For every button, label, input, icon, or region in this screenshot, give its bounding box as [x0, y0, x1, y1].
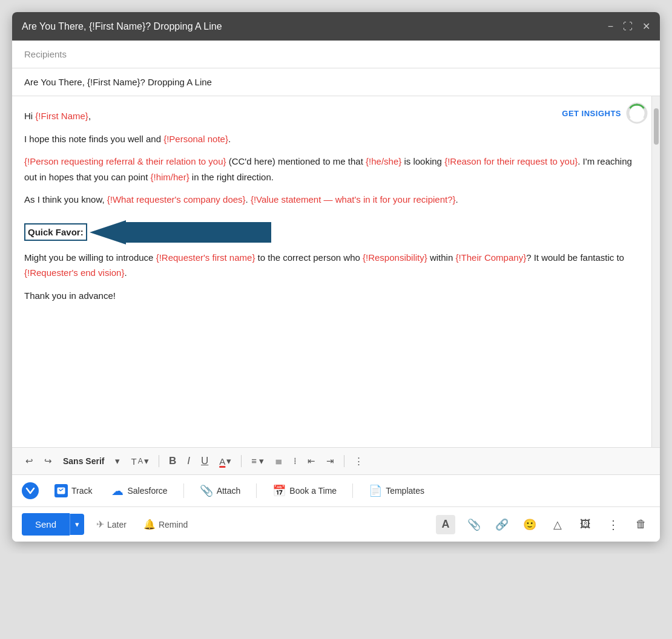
greeting-end: ,	[88, 111, 91, 121]
svg-marker-1	[126, 222, 271, 243]
remind-icon: 🔔	[143, 519, 156, 530]
end-vision-placeholder: {!Requester's end vision}	[24, 267, 124, 278]
attachment-icon[interactable]: 📎	[465, 516, 483, 534]
line4-mid1: to the correct person who	[255, 252, 363, 263]
scrollbar-thumb[interactable]	[654, 108, 659, 145]
text-color-button[interactable]: A ▾	[216, 453, 235, 469]
action-bar: Track ☁ Salesforce 📎 Attach 📅 Book a Tim…	[12, 475, 660, 507]
line3-end: .	[456, 194, 458, 205]
font-size-button[interactable]: TA ▾	[127, 453, 153, 469]
line4-end: .	[124, 267, 127, 278]
first-name-placeholder: {!First Name}	[35, 111, 88, 121]
underline-button[interactable]: U	[197, 453, 212, 470]
email-compose-window: Are You There, {!First Name}? Dropping A…	[12, 12, 660, 542]
svg-marker-2	[90, 220, 126, 244]
remind-action[interactable]: 🔔 Remind	[139, 516, 193, 532]
send-button[interactable]: Send	[22, 513, 70, 536]
undo-button[interactable]: ↩	[22, 453, 37, 469]
line3-mid: .	[246, 194, 251, 205]
align-button[interactable]: ≡ ▾	[248, 453, 268, 469]
book-time-action[interactable]: 📅 Book a Time	[269, 482, 340, 500]
action-separator-1	[183, 483, 184, 498]
attach-action[interactable]: 📎 Attach	[196, 482, 245, 500]
ordered-list-button[interactable]: ≣	[271, 453, 286, 469]
line1-end: .	[228, 134, 231, 144]
line4-mid3: ? It would be fantastic to	[526, 252, 624, 263]
personal-note-placeholder: {!Personal note}	[163, 134, 228, 144]
svg-point-0	[627, 103, 647, 123]
expand-button[interactable]: ⛶	[623, 21, 633, 32]
recipients-row[interactable]: Recipients	[12, 41, 660, 68]
scrollbar[interactable]	[651, 96, 660, 447]
salesforce-action[interactable]: ☁ Salesforce	[108, 481, 171, 500]
outdent-button[interactable]: ⇤	[304, 453, 319, 469]
closing-paragraph: Thank you in advance!	[24, 288, 639, 304]
indent-button[interactable]: ⇥	[323, 453, 338, 469]
delete-icon[interactable]: 🗑	[632, 516, 650, 534]
close-button[interactable]: ✕	[642, 21, 650, 32]
line3-paragraph: As I think you know, {!What requester's …	[24, 192, 639, 208]
insights-container: GET INSIGHTS	[562, 102, 648, 124]
requester-name-placeholder: {!Requester's first name}	[156, 252, 255, 263]
subject-row[interactable]: Are You There, {!First Name}? Dropping A…	[12, 68, 660, 96]
more-options-button[interactable]: ⋮	[351, 453, 367, 469]
greeting-paragraph: Hi {!First Name},	[24, 108, 639, 124]
recipients-label: Recipients	[24, 49, 67, 59]
templates-label: Templates	[386, 486, 424, 496]
himher-placeholder: {!him/her}	[150, 172, 189, 182]
more-icon[interactable]: ⋮	[604, 516, 622, 534]
minimize-button[interactable]: −	[608, 21, 613, 32]
salesforce-icon: ☁	[111, 483, 124, 498]
email-body[interactable]: GET INSIGHTS Hi {!First Name}, I hope th…	[12, 96, 651, 447]
heshe-placeholder: {!he/she}	[366, 156, 401, 166]
track-action[interactable]: Track	[51, 482, 96, 500]
line4-start: Might you be willing to introduce	[24, 252, 156, 263]
reason-placeholder: {!Reason for their request to you}	[444, 156, 578, 166]
greeting-start: Hi	[24, 111, 35, 121]
line2-end: in the right direction.	[189, 172, 274, 182]
drive-icon[interactable]: △	[548, 516, 567, 534]
action-separator-2	[256, 483, 257, 498]
line2-mid1: (CC'd here) mentioned to me that	[226, 156, 366, 166]
bold-button[interactable]: B	[165, 453, 180, 470]
later-action[interactable]: ✈ Later	[91, 516, 131, 532]
what-company-placeholder: {!What requester's company does}	[107, 194, 246, 205]
value-statement-placeholder: {!Value statement — what's in it for you…	[251, 194, 456, 205]
link-icon[interactable]: 🔗	[493, 516, 511, 534]
yesware-icon[interactable]	[22, 482, 39, 499]
text-format-icon[interactable]: A	[436, 515, 455, 534]
remind-label: Remind	[159, 520, 188, 529]
italic-button[interactable]: I	[183, 453, 194, 470]
templates-action[interactable]: 📄 Templates	[365, 482, 428, 500]
insights-icon	[626, 102, 648, 124]
responsibility-placeholder: {!Responsibility}	[363, 252, 427, 263]
line1-start: I hope this note finds you well and	[24, 134, 163, 144]
window-title: Are You There, {!First Name}? Dropping A…	[22, 21, 222, 32]
get-insights-button[interactable]: GET INSIGHTS	[562, 109, 621, 118]
send-button-group: Send ▾	[22, 513, 84, 536]
later-icon: ✈	[96, 519, 104, 530]
line2-mid2: is looking	[401, 156, 444, 166]
attach-label: Attach	[217, 486, 241, 496]
send-dropdown-button[interactable]: ▾	[70, 514, 84, 535]
book-time-label: Book a Time	[289, 486, 337, 496]
toolbar-separator-2	[241, 455, 242, 467]
arrow-graphic	[90, 217, 271, 247]
closing-text: Thank you in advance!	[24, 290, 116, 301]
templates-icon: 📄	[369, 484, 382, 497]
font-dropdown-button[interactable]: ▾	[111, 453, 124, 469]
emoji-icon[interactable]: 🙂	[521, 516, 539, 534]
salesforce-label: Salesforce	[127, 486, 167, 496]
line1-paragraph: I hope this note finds you well and {!Pe…	[24, 131, 639, 147]
font-selector[interactable]: Sans Serif	[59, 454, 108, 468]
image-icon[interactable]: 🖼	[576, 516, 595, 534]
their-company-placeholder: {!Their Company}	[455, 252, 526, 263]
later-label: Later	[107, 520, 127, 529]
track-label: Track	[71, 486, 92, 496]
unordered-list-button[interactable]: ⁞	[290, 453, 300, 469]
bottom-bar: Send ▾ ✈ Later 🔔 Remind A 📎 🔗 🙂 △ 🖼 ⋮ 🗑	[12, 507, 660, 542]
line4-mid2: within	[427, 252, 456, 263]
book-time-icon: 📅	[272, 484, 286, 497]
redo-button[interactable]: ↪	[41, 453, 56, 469]
subject-text: Are You There, {!First Name}? Dropping A…	[24, 77, 212, 87]
